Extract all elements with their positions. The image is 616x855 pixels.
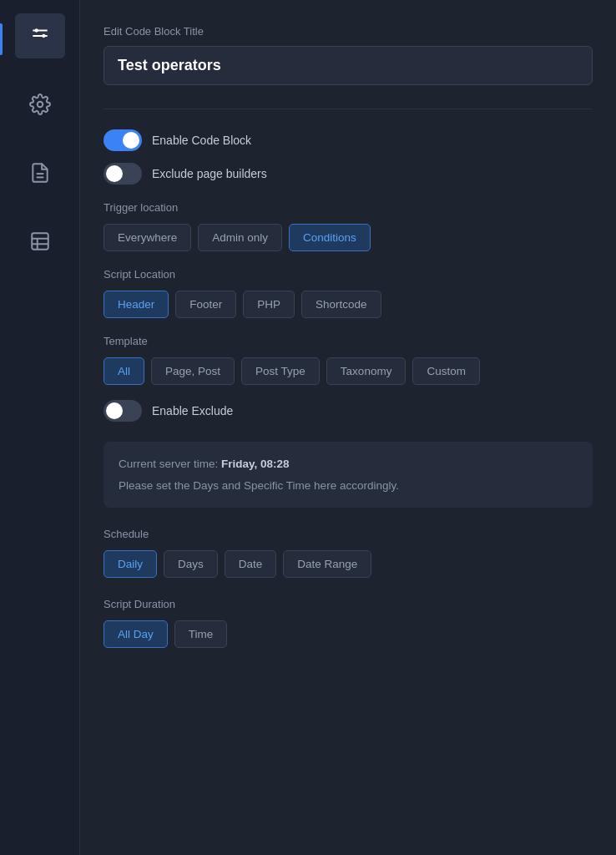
script-duration-btn-group: All Day Time bbox=[104, 620, 593, 648]
title-section: Edit Code Block Title bbox=[104, 25, 593, 109]
svg-point-2 bbox=[34, 28, 38, 32]
sidebar-item-sliders[interactable] bbox=[15, 13, 65, 58]
enable-exclude-label: Enable Exclude bbox=[152, 404, 233, 417]
exclude-page-builders-label: Exclude page builders bbox=[152, 167, 267, 180]
script-php-btn[interactable]: PHP bbox=[243, 291, 295, 318]
trigger-conditions-btn[interactable]: Conditions bbox=[289, 224, 371, 251]
template-custom-btn[interactable]: Custom bbox=[412, 357, 480, 385]
duration-time-btn[interactable]: Time bbox=[174, 620, 228, 648]
schedule-days-btn[interactable]: Days bbox=[164, 550, 218, 578]
svg-point-3 bbox=[42, 34, 45, 38]
trigger-location-btn-group: Everywhere Admin only Conditions bbox=[104, 224, 593, 251]
main-content: Edit Code Block Title Enable Code Block … bbox=[80, 0, 616, 855]
schedule-btn-group: Daily Days Date Date Range bbox=[104, 550, 593, 578]
script-footer-btn[interactable]: Footer bbox=[175, 291, 236, 318]
sidebar-item-document[interactable] bbox=[15, 150, 65, 195]
script-location-btn-group: Header Footer PHP Shortcode bbox=[104, 291, 593, 318]
enable-code-block-row: Enable Code Block bbox=[104, 129, 593, 151]
exclude-page-builders-toggle[interactable] bbox=[104, 163, 142, 185]
enable-code-block-label: Enable Code Block bbox=[152, 134, 251, 147]
info-text-primary: Current server time: Friday, 08:28 bbox=[119, 455, 578, 473]
enable-code-block-toggle[interactable] bbox=[104, 129, 142, 151]
schedule-title: Schedule bbox=[104, 528, 593, 540]
script-shortcode-btn[interactable]: Shortcode bbox=[301, 291, 381, 318]
enable-exclude-row: Enable Exclude bbox=[104, 400, 593, 422]
code-block-title-input[interactable] bbox=[104, 46, 593, 85]
exclude-page-builders-row: Exclude page builders bbox=[104, 163, 593, 185]
document-icon bbox=[29, 162, 51, 184]
schedule-date-range-btn[interactable]: Date Range bbox=[283, 550, 371, 578]
trigger-admin-only-btn[interactable]: Admin only bbox=[198, 224, 282, 251]
schedule-section: Schedule Daily Days Date Date Range bbox=[104, 528, 593, 578]
trigger-location-title: Trigger location bbox=[104, 201, 593, 214]
template-title: Template bbox=[104, 335, 593, 347]
info-box: Current server time: Friday, 08:28 Pleas… bbox=[104, 442, 593, 508]
script-location-title: Script Location bbox=[104, 268, 593, 281]
layout-icon bbox=[29, 230, 51, 252]
trigger-everywhere-btn[interactable]: Everywhere bbox=[104, 224, 191, 251]
edit-title-label: Edit Code Block Title bbox=[104, 25, 593, 38]
script-duration-title: Script Duration bbox=[104, 598, 593, 610]
script-header-btn[interactable]: Header bbox=[104, 291, 169, 318]
template-btn-group: All Page, Post Post Type Taxonomy Custom bbox=[104, 357, 593, 385]
duration-all-day-btn[interactable]: All Day bbox=[104, 620, 168, 648]
sidebar-item-settings[interactable] bbox=[15, 82, 65, 127]
template-all-btn[interactable]: All bbox=[104, 357, 144, 385]
info-prefix: Current server time: bbox=[119, 458, 221, 470]
trigger-location-section: Trigger location Everywhere Admin only C… bbox=[104, 201, 593, 251]
svg-rect-7 bbox=[32, 233, 48, 250]
template-section: Template All Page, Post Post Type Taxono… bbox=[104, 335, 593, 385]
info-bold: Friday, 08:28 bbox=[221, 458, 290, 470]
toggle-knob bbox=[123, 132, 139, 149]
template-taxonomy-btn[interactable]: Taxonomy bbox=[326, 357, 406, 385]
sidebar-item-layout[interactable] bbox=[15, 219, 65, 264]
script-duration-section: Script Duration All Day Time bbox=[104, 598, 593, 648]
toggle-knob-3 bbox=[106, 402, 123, 419]
svg-point-4 bbox=[37, 102, 43, 108]
sliders-icon bbox=[29, 25, 51, 47]
template-page-post-btn[interactable]: Page, Post bbox=[151, 357, 235, 385]
schedule-date-btn[interactable]: Date bbox=[225, 550, 277, 578]
toggle-knob-2 bbox=[106, 165, 123, 182]
schedule-daily-btn[interactable]: Daily bbox=[104, 550, 157, 578]
divider bbox=[104, 109, 593, 109]
active-indicator bbox=[0, 23, 3, 55]
template-post-type-btn[interactable]: Post Type bbox=[241, 357, 320, 385]
enable-exclude-toggle[interactable] bbox=[104, 400, 142, 422]
settings-icon bbox=[29, 94, 51, 115]
info-text-secondary: Please set the Days and Specific Time he… bbox=[119, 477, 578, 495]
sidebar bbox=[0, 0, 80, 855]
script-location-section: Script Location Header Footer PHP Shortc… bbox=[104, 268, 593, 318]
